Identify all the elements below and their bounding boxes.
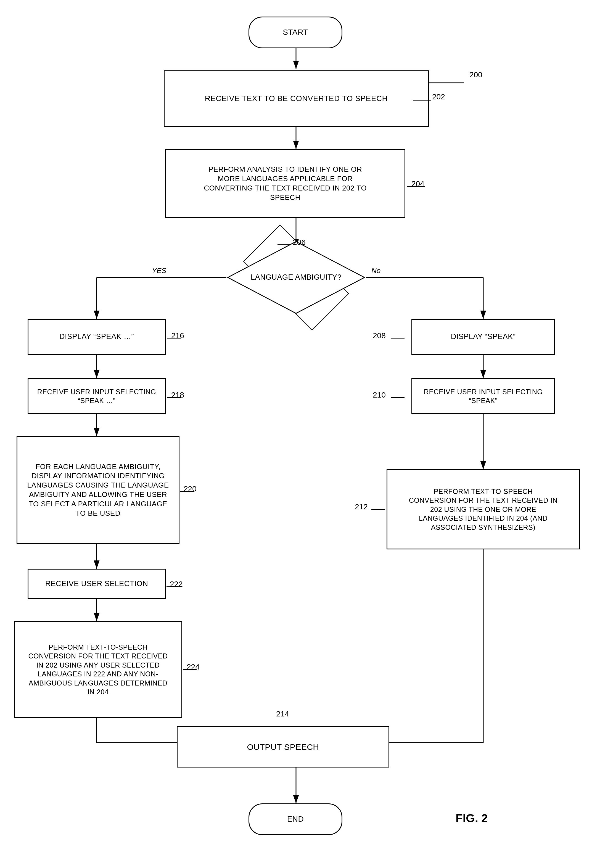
- end-label: END: [282, 811, 310, 827]
- node-204: PERFORM ANALYSIS TO IDENTIFY ONE OR MORE…: [165, 149, 405, 218]
- ref-212-line: [370, 506, 387, 512]
- node-212: PERFORM TEXT-TO-SPEECH CONVERSION FOR TH…: [387, 469, 580, 549]
- flowchart-diagram: START 200 RECEIVE TEXT TO BE CONVERTED T…: [0, 0, 592, 868]
- node-214-label: OUTPUT SPEECH: [242, 739, 325, 755]
- ref-210-line: [389, 395, 406, 400]
- node-210: RECEIVE USER INPUT SELECTING “SPEAK”: [412, 378, 555, 414]
- node-224-label: PERFORM TEXT-TO-SPEECH CONVERSION FOR TH…: [23, 640, 173, 699]
- node-222-label: RECEIVE USER SELECTION: [40, 576, 154, 591]
- node-220-label: FOR EACH LANGUAGE AMBIGUITY, DISPLAY INF…: [22, 459, 174, 521]
- no-label: No: [371, 266, 381, 275]
- yes-label: YES: [152, 266, 166, 275]
- node-204-label: PERFORM ANALYSIS TO IDENTIFY ONE OR MORE…: [198, 162, 372, 205]
- node-208: DISPLAY “SPEAK”: [412, 319, 555, 355]
- ref-202: 202: [432, 93, 445, 101]
- node-202: RECEIVE TEXT TO BE CONVERTED TO SPEECH: [164, 70, 429, 127]
- ref-224-line: [182, 667, 198, 672]
- node-208-label: DISPLAY “SPEAK”: [445, 329, 521, 344]
- ref-200: 200: [469, 70, 483, 79]
- node-206: LANGUAGE AMBIGUITY?: [226, 240, 366, 315]
- ref-216-line: [166, 335, 182, 341]
- ref-212: 212: [355, 502, 368, 511]
- node-222: RECEIVE USER SELECTION: [28, 569, 166, 599]
- node-216-label: DISPLAY “SPEAK …”: [54, 329, 139, 344]
- end-node: END: [248, 803, 343, 835]
- start-node: START: [248, 16, 343, 48]
- node-218: RECEIVE USER INPUT SELECTING “SPEAK …”: [28, 378, 166, 414]
- node-218-label: RECEIVE USER INPUT SELECTING “SPEAK …”: [32, 385, 161, 408]
- node-220: FOR EACH LANGUAGE AMBIGUITY, DISPLAY INF…: [16, 436, 180, 544]
- node-206-label: LANGUAGE AMBIGUITY?: [245, 270, 347, 285]
- node-210-label: RECEIVE USER INPUT SELECTING “SPEAK”: [418, 385, 548, 408]
- ref-208-line: [389, 335, 406, 341]
- figure-label: FIG. 2: [456, 812, 488, 825]
- ref-214: 214: [276, 710, 289, 718]
- ref-202-line: [412, 98, 434, 103]
- ref-204-line: [405, 184, 427, 189]
- ref-220-line: [179, 489, 195, 494]
- ref-222-line: [165, 584, 182, 589]
- ref-208: 208: [373, 331, 386, 340]
- node-224: PERFORM TEXT-TO-SPEECH CONVERSION FOR TH…: [14, 621, 182, 718]
- ref-206: 206: [293, 238, 306, 247]
- ref-210: 210: [373, 391, 386, 400]
- node-216: DISPLAY “SPEAK …”: [28, 319, 166, 355]
- node-212-label: PERFORM TEXT-TO-SPEECH CONVERSION FOR TH…: [403, 484, 563, 535]
- node-214: OUTPUT SPEECH: [177, 726, 389, 768]
- ref-218-line: [166, 395, 182, 400]
- start-label: START: [277, 25, 314, 40]
- node-202-label: RECEIVE TEXT TO BE CONVERTED TO SPEECH: [199, 91, 393, 106]
- ref-206-line: [276, 242, 293, 247]
